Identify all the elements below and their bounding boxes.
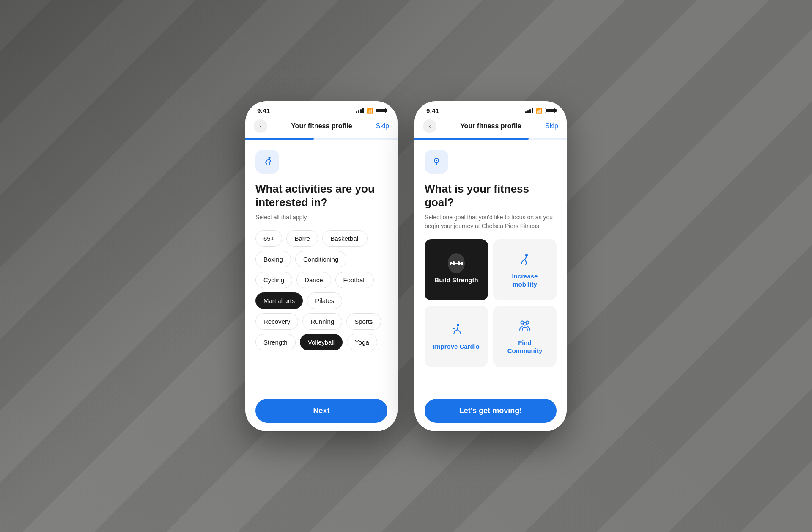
screen-content-1: What activities are you interested in? S… [245,140,398,431]
tag-volleyball[interactable]: Volleyball [300,334,343,350]
tag-barre[interactable]: Barre [286,230,318,247]
status-bar-1: 9:41 📶 [245,101,398,118]
tag-basketball[interactable]: Basketball [322,230,368,247]
svg-rect-6 [461,262,463,265]
back-button-2[interactable]: ‹ [423,119,436,133]
goals-grid: Build Strength Increase mobility [425,239,557,367]
time-1: 9:41 [257,107,270,114]
lets-go-button[interactable]: Let's get moving! [425,399,557,423]
svg-rect-5 [450,262,451,265]
status-right-2: 📶 [525,108,555,114]
community-icon [516,317,533,334]
nav-bar-2: ‹ Your fitness profile Skip [414,118,567,138]
increase-mobility-label: Increase mobility [500,272,550,289]
run-icon [448,321,465,338]
tag-martial-arts[interactable]: Martial arts [255,292,303,309]
tag-dance[interactable]: Dance [296,272,331,288]
goal-improve-cardio[interactable]: Improve Cardio [425,306,488,367]
skip-button-2[interactable]: Skip [545,122,558,130]
tag-conditioning[interactable]: Conditioning [295,251,346,267]
tag-boxing[interactable]: Boxing [255,251,291,267]
battery-icon-1 [376,108,386,113]
tag-recovery[interactable]: Recovery [255,313,298,330]
time-2: 9:41 [426,107,439,114]
build-strength-label: Build Strength [434,276,478,284]
screen-content-2: What is your fitness goal? Select one go… [414,140,567,431]
stretch-icon [516,251,533,268]
goal-find-community[interactable]: Find Community [493,306,557,367]
phone-1: 9:41 📶 ‹ Your fitness profile Skip [245,101,398,431]
activities-heading: What activities are you interested in? [255,182,387,209]
tag-football[interactable]: Football [335,272,374,288]
goal-increase-mobility[interactable]: Increase mobility [493,239,557,300]
tag-running[interactable]: Running [302,313,342,330]
back-button-1[interactable]: ‹ [254,119,267,133]
improve-cardio-label: Improve Cardio [433,342,480,351]
activities-subtext: Select all that apply. [255,213,387,222]
tag-cycling[interactable]: Cycling [255,272,292,288]
nav-bar-1: ‹ Your fitness profile Skip [245,118,398,138]
status-bar-2: 9:41 📶 [414,101,567,118]
goal-icon-bubble [425,150,448,174]
tag-strength[interactable]: Strength [255,334,296,350]
goal-heading: What is your fitness goal? [425,182,557,209]
tags-container: 65+ Barre Basketball Boxing Conditioning… [255,230,387,350]
svg-point-2 [436,160,437,161]
status-right-1: 📶 [356,108,386,114]
battery-icon-2 [545,108,555,113]
nav-title-2: Your fitness profile [460,122,521,130]
svg-rect-8 [453,261,455,265]
tag-sports[interactable]: Sports [346,313,381,330]
phone-2: 9:41 📶 ‹ Your fitness profile Skip [414,101,567,431]
svg-rect-9 [458,261,460,265]
svg-point-14 [524,322,527,325]
nav-title-1: Your fitness profile [291,122,352,130]
signal-icon-2 [525,108,533,113]
next-button[interactable]: Next [255,399,387,423]
phones-container: 9:41 📶 ‹ Your fitness profile Skip [245,101,567,431]
goal-build-strength[interactable]: Build Strength [425,239,488,300]
wifi-icon-2: 📶 [535,108,542,114]
goal-subtext: Select one goal that you'd like to focus… [425,213,557,231]
find-community-label: Find Community [500,339,550,355]
tag-65plus[interactable]: 65+ [255,230,282,247]
tag-pilates[interactable]: Pilates [307,292,342,309]
tag-yoga[interactable]: Yoga [347,334,377,350]
activity-icon-bubble [255,150,279,174]
signal-icon-1 [356,108,364,113]
barbell-icon [448,255,465,272]
wifi-icon-1: 📶 [366,108,373,114]
skip-button-1[interactable]: Skip [376,122,389,130]
